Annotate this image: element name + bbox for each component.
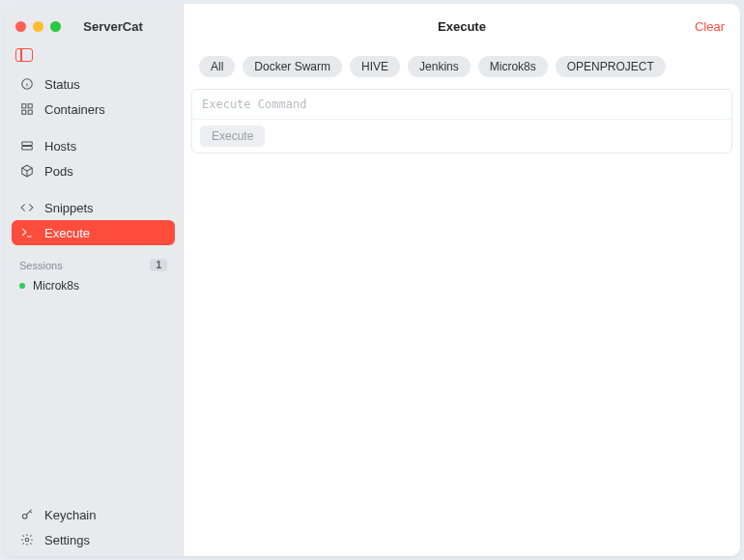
sessions-label: Sessions [19, 260, 63, 271]
sidebar-item-execute[interactable]: Execute [12, 220, 175, 245]
svg-rect-3 [22, 104, 26, 108]
sidebar-item-snippets[interactable]: Snippets [12, 195, 175, 220]
svg-rect-5 [22, 110, 26, 114]
server-icon [19, 138, 35, 154]
sidebar-item-hosts[interactable]: Hosts [12, 133, 175, 158]
chip-hive[interactable]: HIVE [350, 56, 400, 77]
code-icon [19, 200, 35, 215]
sidebar-item-status[interactable]: Status [12, 71, 175, 97]
grid-icon [19, 101, 35, 117]
sidebar-item-containers[interactable]: Containers [12, 97, 175, 122]
sidebar-item-keychain[interactable]: Keychain [12, 502, 175, 527]
main-header: Execute Clear [184, 4, 740, 48]
command-footer: Execute [192, 119, 731, 153]
close-window-button[interactable] [15, 21, 26, 32]
titlebar: ServerCat [4, 4, 183, 48]
session-label: Microk8s [33, 279, 79, 293]
sessions-count-badge: 1 [150, 259, 167, 271]
minimize-window-button[interactable] [33, 21, 43, 32]
sidebar: ServerCat Status Containers [4, 4, 184, 556]
info-icon [19, 76, 35, 92]
sessions-header: Sessions 1 [4, 249, 183, 275]
execute-button[interactable]: Execute [200, 126, 265, 147]
gear-icon [19, 532, 35, 547]
app-title: ServerCat [83, 19, 142, 34]
svg-rect-7 [22, 142, 33, 146]
cube-icon [19, 163, 35, 179]
sidebar-item-settings[interactable]: Settings [12, 527, 175, 552]
nav-label: Status [44, 77, 80, 92]
nav-label: Execute [44, 226, 90, 240]
host-filter-chips: All Docker Swarm HIVE Jenkins Microk8s O… [184, 48, 740, 89]
main-panel: Execute Clear All Docker Swarm HIVE Jenk… [184, 4, 740, 556]
svg-rect-4 [28, 104, 32, 108]
nav-list: Status Containers Hosts Pods [4, 68, 183, 249]
svg-rect-6 [28, 110, 32, 114]
page-title: Execute [438, 19, 486, 34]
clear-button[interactable]: Clear [695, 19, 725, 34]
session-item-microk8s[interactable]: Microk8s [4, 275, 183, 296]
nav-label: Settings [44, 533, 90, 547]
sidebar-footer: Keychain Settings [4, 498, 183, 556]
chip-microk8s[interactable]: Microk8s [478, 56, 548, 77]
chip-all[interactable]: All [199, 56, 235, 77]
command-box: Execute [191, 89, 732, 154]
zoom-window-button[interactable] [50, 21, 61, 32]
svg-point-11 [25, 538, 29, 542]
terminal-icon [19, 225, 35, 240]
nav-label: Pods [44, 164, 73, 179]
nav-label: Keychain [44, 508, 96, 522]
app-window: ServerCat Status Containers [4, 4, 740, 556]
nav-label: Containers [44, 102, 105, 117]
chip-openproject[interactable]: OPENPROJECT [556, 56, 666, 77]
nav-label: Snippets [44, 201, 94, 215]
svg-rect-8 [22, 147, 33, 151]
sidebar-toggle-icon[interactable] [15, 48, 33, 62]
chip-docker-swarm[interactable]: Docker Swarm [243, 56, 342, 77]
chip-jenkins[interactable]: Jenkins [408, 56, 471, 77]
status-dot-icon [19, 283, 25, 289]
key-icon [19, 507, 35, 522]
traffic-lights [15, 21, 61, 32]
sidebar-item-pods[interactable]: Pods [12, 158, 175, 183]
command-input[interactable] [192, 90, 731, 119]
nav-label: Hosts [44, 139, 76, 154]
